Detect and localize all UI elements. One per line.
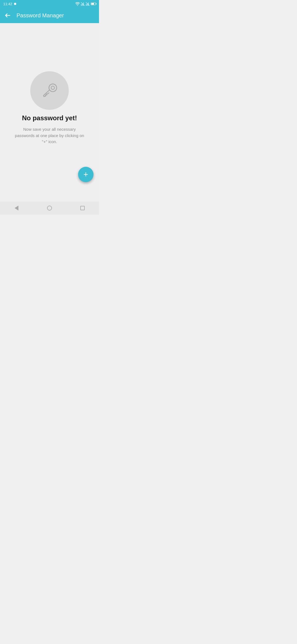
status-time: 11:42 xyxy=(3,2,12,6)
wifi-icon xyxy=(75,2,80,6)
nav-home-button[interactable] xyxy=(41,203,58,214)
status-bar-left: 11:42 xyxy=(3,2,16,6)
fab-plus-icon: + xyxy=(83,170,88,179)
status-bar: 11:42 xyxy=(0,0,99,8)
toolbar: Password Manager xyxy=(0,8,99,23)
add-password-fab[interactable]: + xyxy=(78,167,94,182)
key-icon xyxy=(38,80,61,102)
signal-icon-2 xyxy=(86,2,90,6)
svg-point-11 xyxy=(45,95,46,96)
svg-rect-4 xyxy=(86,4,87,6)
svg-point-10 xyxy=(46,94,47,95)
key-circle xyxy=(30,71,69,110)
nav-recents-icon xyxy=(80,206,85,210)
status-bar-right xyxy=(75,2,96,6)
back-button[interactable] xyxy=(4,12,11,19)
empty-title: No password yet! xyxy=(22,114,77,122)
nav-bar xyxy=(0,201,99,215)
main-content: No password yet! Now save your all neces… xyxy=(0,23,99,201)
empty-state: No password yet! Now save your all neces… xyxy=(14,71,85,145)
nav-back-button[interactable] xyxy=(8,203,25,214)
battery-fill xyxy=(91,3,94,5)
nav-back-icon xyxy=(15,206,18,211)
nav-recents-button[interactable] xyxy=(74,203,91,214)
page-wrapper: 11:42 xyxy=(0,0,99,215)
svg-point-8 xyxy=(49,84,57,92)
svg-point-9 xyxy=(51,86,54,89)
svg-rect-0 xyxy=(81,4,82,6)
empty-subtitle: Now save your all necessary passwords at… xyxy=(14,126,85,145)
toolbar-title: Password Manager xyxy=(16,12,64,19)
battery-icon xyxy=(91,2,96,5)
signal-icon xyxy=(81,2,85,6)
nav-home-icon xyxy=(47,206,52,211)
status-dot xyxy=(14,3,16,5)
